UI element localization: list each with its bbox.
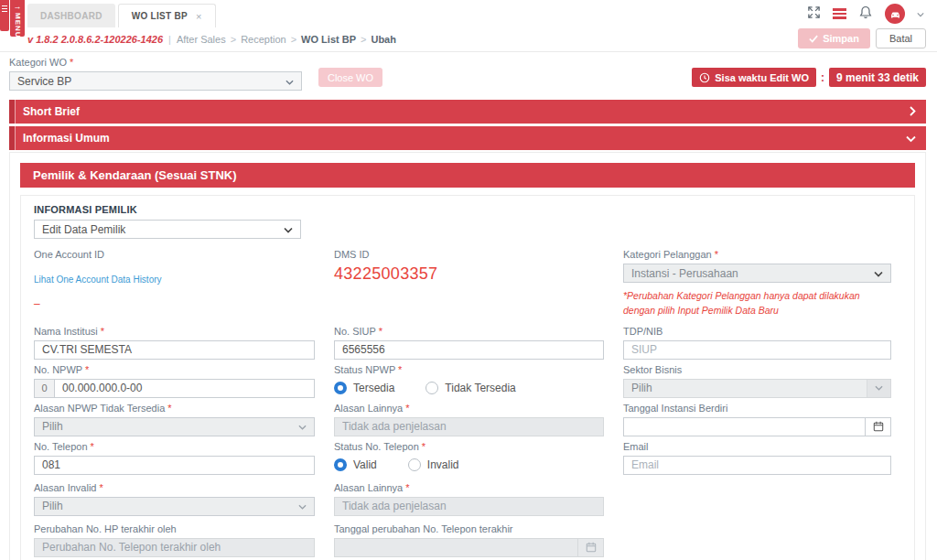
close-wo-button[interactable]: Close WO <box>318 68 382 87</box>
tdp-nib-label: TDP/NIB <box>623 326 891 337</box>
tab-label: WO LIST BP <box>132 11 188 21</box>
tanggal-instansi-datepicker <box>623 417 891 436</box>
car-icon <box>889 7 902 21</box>
tanggal-instansi-label: Tanggal Instansi Berdiri <box>623 403 891 414</box>
breadcrumb: v 1.8.2 2.0.8.6.2-120226-1426 | After Sa… <box>0 27 937 51</box>
accordion-short-brief[interactable]: Short Brief <box>9 100 926 124</box>
tab-dashboard[interactable]: DASHBOARD <box>27 4 115 27</box>
radio-tersedia[interactable]: Tersedia <box>334 382 394 394</box>
one-account-history-link[interactable]: Lihat One Account Data History <box>34 275 162 285</box>
tab-wo-list-bp[interactable]: WO LIST BP × <box>118 4 216 27</box>
nama-institusi-label: Nama Institusi <box>34 326 315 337</box>
save-label: Simpan <box>823 33 859 44</box>
menu-label: MENU <box>14 13 22 38</box>
app-version: v 1.8.2 2.0.8.6.2-120226-1426 <box>27 34 163 45</box>
close-tab-icon[interactable]: × <box>196 11 202 22</box>
timer-separator: : <box>821 71 824 84</box>
no-telepon-label: No. Telepon <box>34 441 315 452</box>
alasan-lainnya-telepon-label: Alasan Lainnya <box>334 482 604 493</box>
row-identity: One Account ID Lihat One Account Data Hi… <box>34 249 901 318</box>
no-siup-input[interactable] <box>334 340 604 360</box>
timer-label-badge: Sisa waktu Edit WO <box>692 68 816 87</box>
row-alasan-npwp: Alasan NPWP Tidak Tersedia Pilih Alasan … <box>34 403 901 436</box>
alasan-invalid-value: Pilih <box>42 500 63 512</box>
data-pemilik-mode-select[interactable]: Edit Data Pemilik <box>34 220 301 239</box>
accordion-informasi-umum[interactable]: Informasi Umum <box>9 126 926 150</box>
email-input[interactable] <box>623 456 891 475</box>
radio-invalid[interactable]: Invalid <box>408 458 459 471</box>
chevron-down-icon <box>906 133 916 145</box>
menu-toggle[interactable]: → MENU <box>10 0 25 37</box>
user-avatar[interactable] <box>885 4 905 24</box>
calendar-icon <box>577 539 603 556</box>
tanggal-instansi-input[interactable] <box>624 418 865 436</box>
email-label: Email <box>623 441 891 452</box>
fullscreen-icon[interactable] <box>807 5 821 22</box>
breadcrumb-after-sales[interactable]: After Sales <box>177 34 226 45</box>
tanggal-perubahan-datepicker <box>334 538 604 557</box>
alasan-npwp-label: Alasan NPWP Tidak Tersedia <box>34 403 315 414</box>
chevron-down-icon <box>874 267 883 280</box>
dms-id-label: DMS ID <box>334 249 604 260</box>
cancel-button[interactable]: Batal <box>876 28 926 48</box>
kategori-pelanggan-block: Kategori Pelanggan Instansi - Perusahaan… <box>623 249 891 318</box>
top-icons <box>807 2 924 26</box>
breadcrumb-ubah: Ubah <box>371 34 396 45</box>
kategori-wo-value: Service BP <box>17 75 71 88</box>
chevron-down-icon <box>284 223 293 236</box>
calendar-icon[interactable] <box>865 418 890 436</box>
dms-id-value: 43225003357 <box>334 264 604 284</box>
chevron-down-icon <box>867 380 890 397</box>
no-telepon-input[interactable] <box>34 456 315 475</box>
status-telepon-radios: Valid Invalid <box>334 456 604 475</box>
informasi-pemilik-heading: INFORMASI PEMILIK <box>34 204 901 215</box>
informasi-umum-panel: Pemilik & Kendaraan (Sesuai STNK) INFORM… <box>9 152 926 560</box>
no-npwp-input[interactable] <box>54 379 315 398</box>
header-actions: Simpan Batal <box>798 28 926 48</box>
npwp-prefix: 0 <box>34 379 54 398</box>
kategori-pelanggan-label: Kategori Pelanggan <box>623 249 891 260</box>
tanggal-perubahan-label: Tanggal perubahan No. Telepon terakhir <box>334 523 604 534</box>
kategori-wo-select[interactable]: Service BP <box>9 71 302 91</box>
radio-label: Invalid <box>427 458 459 471</box>
nama-institusi-input[interactable] <box>34 340 315 360</box>
sektor-bisnis-value: Pilih <box>624 380 867 397</box>
tab-label: DASHBOARD <box>40 11 102 21</box>
breadcrumb-reception[interactable]: Reception <box>241 34 286 45</box>
radio-label: Tersedia <box>353 382 394 394</box>
radio-selected-icon <box>334 382 347 394</box>
kategori-pelanggan-note: *Perubahan Kategori Pelanggan hanya dapa… <box>623 288 893 318</box>
tanggal-perubahan-input <box>335 539 577 556</box>
tab-bar: DASHBOARD WO LIST BP × <box>27 4 216 27</box>
check-icon <box>809 35 818 43</box>
caret-down-icon[interactable] <box>917 7 924 20</box>
chevron-down-icon <box>285 75 294 88</box>
row-alasan-invalid: Alasan Invalid Pilih Alasan Lainnya <box>34 482 901 516</box>
wo-category-row: Kategori WO Service BP Close WO Sisa wak… <box>0 52 937 94</box>
alasan-npwp-select: Pilih <box>34 417 315 436</box>
alasan-lainnya-telepon-input <box>334 497 604 516</box>
one-account-value: – <box>34 297 315 310</box>
row-npwp: No. NPWP 0 Status NPWP Tersedia Tidak Te… <box>34 364 901 398</box>
one-account-block: One Account ID Lihat One Account Data Hi… <box>34 249 315 318</box>
tdp-nib-input[interactable] <box>623 340 891 360</box>
kategori-pelanggan-value: Instansi - Perusahaan <box>631 267 738 280</box>
radio-tidak-tersedia[interactable]: Tidak Tersedia <box>425 382 515 394</box>
hamburger-icon[interactable] <box>0 0 9 31</box>
bell-icon[interactable] <box>858 5 873 23</box>
accordion-title: Informasi Umum <box>23 132 110 145</box>
timer-value-badge: 9 menit 33 detik <box>829 68 926 87</box>
radio-valid[interactable]: Valid <box>334 458 377 471</box>
breadcrumb-separator: | <box>168 34 171 45</box>
sektor-bisnis-label: Sektor Bisnis <box>623 364 891 375</box>
kategori-pelanggan-select[interactable]: Instansi - Perusahaan <box>623 264 891 283</box>
dms-id-block: DMS ID 43225003357 <box>334 249 604 318</box>
breadcrumb-wo-list-bp[interactable]: WO List BP <box>301 34 356 45</box>
row-telepon: No. Telepon Status No. Telepon Valid Inv… <box>34 441 901 475</box>
arrow-right-icon: → <box>14 3 22 11</box>
chevron-down-icon <box>298 420 307 433</box>
timer-label: Sisa waktu Edit WO <box>715 72 809 83</box>
save-button[interactable]: Simpan <box>798 28 870 48</box>
status-npwp-label: Status NPWP <box>334 364 604 375</box>
menu-bars-icon[interactable] <box>833 6 846 21</box>
